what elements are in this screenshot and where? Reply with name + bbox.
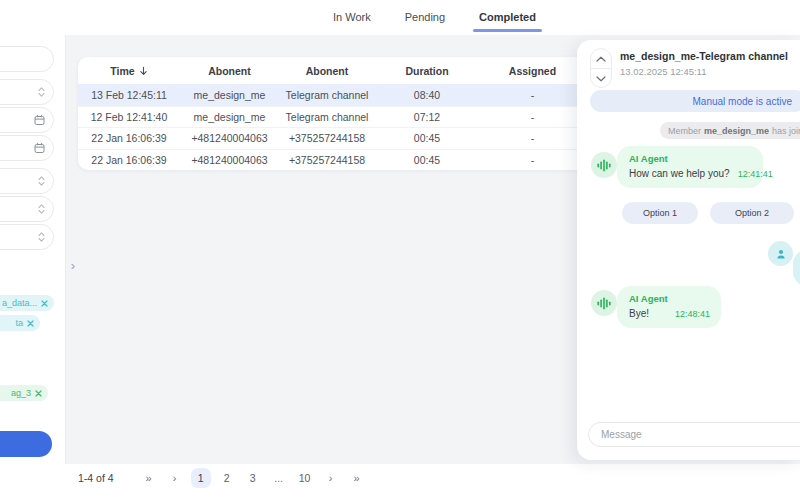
waveform-icon: [597, 297, 611, 310]
chat-message-bubble: AI Agent Bye! 12:48:41: [617, 286, 721, 328]
cell-time: 22 Jan 16:06:39: [78, 154, 180, 166]
member-name: me_design_me: [704, 126, 769, 136]
sort-desc-icon[interactable]: [139, 66, 148, 76]
option-2-button[interactable]: Option 2: [710, 202, 794, 224]
filter-tag-label: a_data...: [2, 298, 37, 308]
pagination-jump-forward-button[interactable]: »: [348, 468, 366, 488]
message-time: 12:41:41: [738, 169, 773, 179]
chat-message-bubble: AI Agent How can we help you? 12:41:41: [617, 146, 763, 188]
user-avatar: [768, 241, 793, 266]
cell-time: 13 Feb 12:45:11: [78, 89, 180, 101]
filter-tag: ag_3: [0, 385, 48, 401]
pagination-jump-back-button[interactable]: »: [140, 468, 158, 488]
message-text: How can we help you?: [629, 168, 730, 179]
cell-duration: 00:45: [375, 132, 479, 144]
remove-tag-icon[interactable]: [27, 320, 34, 327]
ai-agent-avatar: [591, 290, 617, 316]
chat-title: me_design_me-Telegram channel: [620, 50, 788, 62]
member-joined-message: Member me_design_me has joined: [660, 122, 800, 139]
cell-abonent-2: Telegram channel: [279, 111, 375, 123]
cell-abonent-2: Telegram channel: [279, 89, 375, 101]
message-sender: AI Agent: [629, 293, 709, 304]
prev-conversation-button[interactable]: [591, 49, 611, 68]
pagination-range-label: 1-4 of 4: [78, 472, 114, 484]
select-chevrons-icon: [38, 176, 45, 187]
calls-table: Time Abonent Abonent Duration Assigned 1…: [78, 57, 586, 170]
cell-assigned: -: [479, 132, 586, 144]
cell-abonent-2: +375257244158: [279, 132, 375, 144]
column-header-assigned[interactable]: Assigned: [479, 65, 586, 77]
select-chevrons-icon: [38, 232, 45, 243]
table-header-row: Time Abonent Abonent Duration Assigned: [78, 57, 586, 84]
pagination-next-button[interactable]: ›: [322, 468, 340, 488]
user-message-bubble: [793, 250, 800, 286]
sidebar-date-to-input[interactable]: [0, 135, 54, 161]
message-sender: AI Agent: [629, 153, 751, 164]
column-header-abonent-1[interactable]: Abonent: [180, 65, 279, 77]
active-tab-underline: [473, 29, 542, 32]
conversation-navigator: [590, 48, 612, 88]
sidebar-filter-select-2[interactable]: [0, 168, 54, 194]
remove-tag-icon[interactable]: [35, 390, 42, 397]
chat-datetime: 13.02.2025 12:45:11: [620, 66, 706, 77]
calendar-icon: [34, 115, 45, 126]
ai-agent-avatar: [591, 152, 617, 178]
sidebar-filter-input[interactable]: [0, 46, 54, 72]
page-button-2[interactable]: 2: [217, 468, 237, 488]
cell-duration: 00:45: [375, 154, 479, 166]
cell-time: 12 Feb 12:41:40: [78, 111, 180, 123]
cell-duration: 08:40: [375, 89, 479, 101]
manual-mode-banner[interactable]: Manual mode is active: [590, 90, 800, 112]
tab-completed-label: Completed: [479, 11, 536, 23]
cell-abonent-1: me_design_me: [180, 111, 279, 123]
column-header-time[interactable]: Time: [78, 65, 180, 77]
select-chevrons-icon: [38, 204, 45, 215]
sidebar-date-from-input[interactable]: [0, 107, 54, 133]
next-conversation-button[interactable]: [591, 69, 611, 88]
pagination-prev-button[interactable]: ›: [166, 468, 184, 488]
cell-time: 22 Jan 16:06:39: [78, 132, 180, 144]
tab-in-work-label: In Work: [333, 11, 371, 23]
cell-duration: 07:12: [375, 111, 479, 123]
cell-assigned: -: [479, 89, 586, 101]
message-input[interactable]: [588, 422, 800, 447]
cell-abonent-1: me_design_me: [180, 89, 279, 101]
table-row[interactable]: 22 Jan 16:06:39 +481240004063 +375257244…: [78, 127, 586, 149]
tab-pending[interactable]: Pending: [405, 11, 445, 23]
option-1-button[interactable]: Option 1: [622, 202, 698, 224]
sidebar-filter-select-4[interactable]: [0, 224, 54, 250]
page-button-1[interactable]: 1: [191, 468, 211, 488]
tab-in-work[interactable]: In Work: [333, 11, 371, 23]
sidebar-filter-select-1[interactable]: [0, 79, 54, 105]
waveform-icon: [597, 159, 611, 172]
tab-pending-label: Pending: [405, 11, 445, 23]
chat-panel: me_design_me-Telegram channel 13.02.2025…: [577, 40, 800, 460]
cell-assigned: -: [479, 154, 586, 166]
cell-assigned: -: [479, 111, 586, 123]
person-icon: [775, 248, 787, 260]
manual-mode-banner-label: Manual mode is active: [693, 96, 793, 107]
select-chevrons-icon: [38, 87, 45, 98]
column-header-duration[interactable]: Duration: [375, 65, 479, 77]
page-button-3[interactable]: 3: [243, 468, 263, 488]
cell-abonent-1: +481240004063: [180, 154, 279, 166]
pagination: 1-4 of 4 » › 1 2 3 ... 10 › »: [78, 468, 370, 488]
filter-tag-label: ta: [15, 318, 23, 328]
tab-completed[interactable]: Completed: [479, 11, 536, 23]
table-row[interactable]: 13 Feb 12:45:11 me_design_me Telegram ch…: [78, 84, 586, 106]
apply-filters-button[interactable]: [0, 431, 52, 457]
cell-abonent-2: +375257244158: [279, 154, 375, 166]
table-row[interactable]: 12 Feb 12:41:40 me_design_me Telegram ch…: [78, 106, 586, 128]
message-time: 12:48:41: [675, 309, 710, 319]
sidebar-filter-select-3[interactable]: d: [0, 196, 54, 222]
column-header-abonent-2[interactable]: Abonent: [279, 65, 375, 77]
sidebar-collapse-chevron-icon[interactable]: ›: [66, 257, 80, 275]
cell-abonent-1: +481240004063: [180, 132, 279, 144]
top-tab-bar: In Work Pending Completed: [333, 0, 536, 34]
table-row[interactable]: 22 Jan 16:06:39 +481240004063 +375257244…: [78, 149, 586, 171]
calendar-icon: [34, 143, 45, 154]
remove-tag-icon[interactable]: [41, 300, 48, 307]
filter-tag-label: ag_3: [11, 388, 31, 398]
app-root: In Work Pending Completed: [0, 0, 800, 500]
page-button-10[interactable]: 10: [295, 468, 315, 488]
